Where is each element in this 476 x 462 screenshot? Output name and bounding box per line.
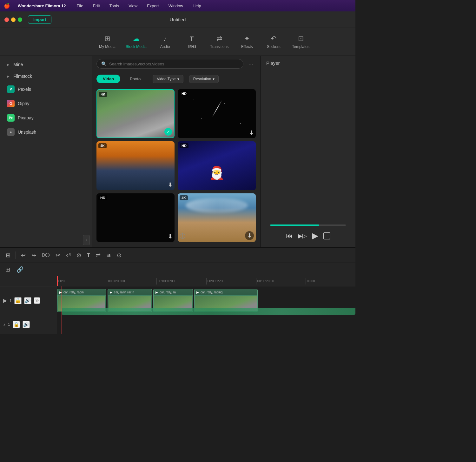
player-step-back-button[interactable]: ⏮ [286, 232, 293, 240]
tab-templates[interactable]: ⊡ Templates [288, 32, 314, 51]
download-icon-2[interactable]: ⬇ [249, 129, 254, 136]
badge-4k-6: 4K [180, 195, 188, 200]
media-item-4[interactable]: HD 🎅 [178, 141, 256, 190]
cut-button[interactable]: ✂ [54, 251, 62, 260]
download-icon-5[interactable]: ⬇ [168, 233, 173, 240]
source-unsplash[interactable]: ✦ Unsplash [2, 125, 90, 139]
tab-effects[interactable]: ✦ Effects [234, 32, 260, 51]
audio-icon: ♪ [163, 35, 167, 43]
search-input-wrap[interactable]: 🔍 [96, 59, 243, 69]
tab-my-media[interactable]: ⊞ My Media [95, 32, 120, 51]
maximize-button[interactable] [18, 17, 22, 22]
add-track-button[interactable]: ⊞ [4, 265, 12, 274]
filter-bar: Video Photo Video Type ▾ Resolution ▾ [92, 72, 260, 86]
media-item-2[interactable]: HD ⬇ [178, 89, 256, 138]
media-grid: 4K ✓ HD ⬇ 4K ⬇ [92, 86, 260, 247]
player-stop-button[interactable] [323, 232, 330, 239]
shooting-star-deco [212, 100, 222, 117]
download-icon-3[interactable]: ⬇ [168, 181, 173, 188]
menu-window[interactable]: Window [167, 3, 185, 9]
video-track-icon: ▶ [3, 298, 7, 304]
clip-1-header: ▶ car, rally, racin [57, 289, 106, 295]
titlebar: Import Untitled [0, 11, 355, 28]
download-icon-6[interactable]: ⬇ [245, 231, 254, 240]
crop-button[interactable]: ⊘ [75, 251, 83, 260]
tab-templates-label: Templates [292, 44, 309, 49]
playhead-ruler-indicator [57, 276, 58, 286]
tab-audio-label: Audio [160, 44, 170, 49]
my-media-icon: ⊞ [104, 35, 110, 43]
redo-button[interactable]: ↪ [30, 251, 38, 260]
pexels-label: Pexels [18, 87, 31, 92]
source-mine[interactable]: ▶ Mine [2, 59, 90, 70]
resolution-dropdown[interactable]: Resolution ▾ [189, 75, 219, 83]
unsplash-icon: ✦ [7, 128, 15, 136]
clip-2-label: car, rally, racin [114, 291, 134, 294]
source-giphy[interactable]: G Giphy [2, 97, 90, 110]
tab-stock-media-label: Stock Media [126, 44, 147, 49]
tab-titles[interactable]: T Titles [179, 33, 204, 51]
source-pexels[interactable]: P Pexels [2, 82, 90, 96]
text-button[interactable]: T [85, 251, 92, 259]
undo-button[interactable]: ↩ [19, 251, 28, 260]
audio-track-number: 1 [8, 322, 10, 327]
minimize-button[interactable] [11, 17, 16, 22]
player-label: Player [261, 56, 286, 68]
tab-audio[interactable]: ♪ Audio [152, 32, 178, 51]
media-item-5[interactable]: HD ⬇ [96, 193, 175, 242]
panel-collapse-button[interactable]: ‹ [83, 235, 90, 245]
info-button-6[interactable]: ⓘ [180, 232, 185, 240]
search-input[interactable] [109, 62, 239, 66]
clip-4-header: ▶ car, rally, racing [195, 289, 257, 295]
timeline-ruler: 00:00 00:00:05:00 00:00:10:00 00:00:15:0… [0, 276, 355, 286]
keyframe-button[interactable]: ⇌ [94, 251, 102, 260]
audio-mute-button[interactable]: 🔊 [23, 321, 30, 328]
track-mute-button[interactable]: 🔊 [24, 297, 31, 304]
filter-photo[interactable]: Photo [123, 75, 147, 83]
templates-icon: ⊡ [298, 35, 304, 43]
menu-help[interactable]: Help [191, 3, 203, 9]
media-item-6[interactable]: 4K ⬇ ⓘ [178, 193, 256, 242]
filmstock-arrow: ▶ [7, 75, 10, 78]
search-bar: 🔍 ··· [92, 56, 260, 72]
video-track-number: 1 [10, 298, 12, 303]
media-item-1[interactable]: 4K ✓ [96, 89, 175, 138]
main-toolbar: ⊞ ↩ ↪ ⌦ ✂ ⏎ ⊘ T ⇌ ≋ ⊙ [0, 248, 355, 263]
layout-button[interactable]: ⊞ [4, 251, 12, 260]
audio-stretch-button[interactable]: ≋ [104, 251, 113, 260]
tab-stock-media[interactable]: ☁ Stock Media [121, 32, 151, 51]
clip-4-play-icon: ▶ [196, 291, 199, 294]
link-button[interactable]: 🔗 [15, 265, 25, 274]
player-step-forward-button[interactable]: ▶▷ [298, 232, 307, 239]
source-pixabay[interactable]: Px Pixabay [2, 111, 90, 125]
close-button[interactable] [4, 17, 9, 22]
unsplash-label: Unsplash [18, 130, 36, 135]
ruler-mark-2: 00:00:10:00 [156, 278, 206, 285]
menu-export[interactable]: Export [145, 3, 161, 9]
tab-transitions[interactable]: ⇄ Transitions [206, 32, 233, 51]
source-panel: ▶ Mine ▶ Filmstock P Pexels G Giphy Px P… [0, 56, 92, 233]
import-button[interactable]: Import [28, 15, 51, 24]
player-progress-bar[interactable] [270, 224, 346, 226]
menu-view[interactable]: View [127, 3, 139, 9]
video-track-content: ▶ car, rally, racin ▶ car, rally, racin [57, 286, 355, 315]
video-type-dropdown[interactable]: Video Type ▾ [153, 75, 183, 83]
source-filmstock[interactable]: ▶ Filmstock [2, 70, 90, 82]
pixabay-icon: Px [7, 114, 15, 122]
speed-button[interactable]: ⊙ [115, 251, 123, 260]
media-item-3[interactable]: 4K ⬇ [96, 141, 175, 190]
delete-button[interactable]: ⌦ [40, 251, 52, 260]
audio-lock-button[interactable]: 🔒 [13, 321, 20, 328]
player-play-button[interactable]: ▶ [312, 231, 318, 241]
menu-file[interactable]: File [75, 3, 85, 9]
app-name[interactable]: Wondershare Filmora 12 [16, 3, 68, 9]
filter-video[interactable]: Video [96, 75, 120, 83]
track-lock-button[interactable]: 🔒 [14, 297, 22, 304]
player-controls: ⏮ ▶▷ ▶ [286, 231, 330, 241]
menu-edit[interactable]: Edit [91, 3, 102, 9]
menu-tools[interactable]: Tools [108, 3, 121, 9]
tab-stickers[interactable]: ↶ Stickers [261, 32, 286, 51]
search-more-button[interactable]: ··· [246, 59, 256, 69]
track-visible-button[interactable]: 👁 [34, 297, 40, 304]
ripple-edit-button[interactable]: ⏎ [64, 251, 73, 260]
